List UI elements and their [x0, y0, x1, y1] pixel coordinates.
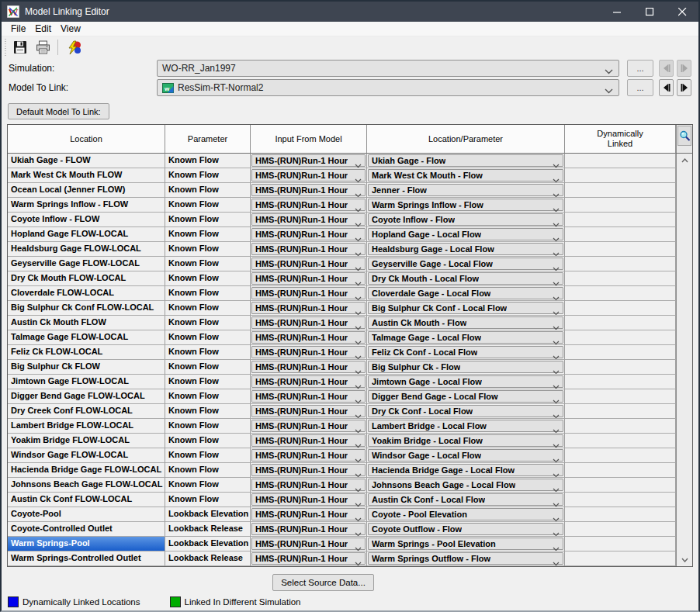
- model-prev-button[interactable]: [659, 79, 674, 96]
- cell-location[interactable]: Ocean Local (Jenner FLOW): [8, 183, 165, 198]
- location-parameter-combobox[interactable]: Warm Springs Outflow - Flow: [368, 552, 563, 565]
- location-parameter-combobox[interactable]: Coyote Inflow - Flow: [368, 213, 563, 226]
- location-parameter-combobox[interactable]: Ukiah Gage - Flow: [368, 154, 563, 167]
- input-from-model-combobox[interactable]: HMS-(RUN)Run-1 Hour: [251, 420, 366, 432]
- default-model-to-link-button[interactable]: Default Model To Link:: [8, 103, 109, 119]
- location-parameter-combobox[interactable]: Dry Ck Conf - Local Flow: [368, 405, 563, 417]
- cell-parameter[interactable]: Known Flow: [165, 168, 251, 183]
- location-parameter-combobox[interactable]: Dry Ck Mouth - Local Flow: [368, 272, 563, 285]
- cell-dynamically-linked[interactable]: [565, 213, 676, 227]
- cell-parameter[interactable]: Known Flow: [165, 257, 251, 271]
- cell-dynamically-linked[interactable]: [565, 522, 676, 537]
- cell-dynamically-linked[interactable]: [565, 286, 676, 301]
- input-from-model-combobox[interactable]: HMS-(RUN)Run-1 Hour: [251, 169, 366, 182]
- cell-dynamically-linked[interactable]: [565, 507, 676, 522]
- cell-dynamically-linked[interactable]: [565, 242, 676, 257]
- input-from-model-combobox[interactable]: HMS-(RUN)Run-1 Hour: [251, 375, 366, 388]
- cell-parameter[interactable]: Known Flow: [165, 478, 251, 493]
- location-parameter-combobox[interactable]: Geyserville Gage - Local Flow: [368, 258, 563, 270]
- cell-dynamically-linked[interactable]: [565, 183, 676, 198]
- cell-location[interactable]: Mark West Ck Mouth FLOW: [8, 168, 165, 183]
- cell-dynamically-linked[interactable]: [565, 419, 676, 434]
- input-from-model-combobox[interactable]: HMS-(RUN)Run-1 Hour: [251, 552, 366, 565]
- location-parameter-combobox[interactable]: Yoakim Bridge - Local Flow: [368, 434, 563, 447]
- cell-parameter[interactable]: Known Flow: [165, 213, 251, 227]
- cell-parameter[interactable]: Known Flow: [165, 198, 251, 213]
- location-parameter-combobox[interactable]: Healdsburg Gage - Local Flow: [368, 243, 563, 255]
- input-from-model-combobox[interactable]: HMS-(RUN)Run-1 Hour: [251, 228, 366, 240]
- scrollbar-down-button[interactable]: [677, 553, 692, 566]
- cell-dynamically-linked[interactable]: [565, 301, 676, 316]
- simulation-more-button[interactable]: ...: [627, 60, 653, 77]
- cell-parameter[interactable]: Lookback Release: [165, 551, 251, 566]
- cell-location[interactable]: Ukiah Gage - FLOW: [8, 154, 165, 168]
- model-more-button[interactable]: ...: [627, 79, 653, 96]
- cell-parameter[interactable]: Known Flow: [165, 389, 251, 404]
- cell-parameter[interactable]: Known Flow: [165, 154, 251, 168]
- cell-parameter[interactable]: Known Flow: [165, 316, 251, 330]
- location-parameter-combobox[interactable]: Mark West Ck Mouth - Flow: [368, 169, 563, 182]
- save-button[interactable]: [11, 38, 29, 57]
- location-parameter-combobox[interactable]: Windsor Gage - Local Flow: [368, 449, 563, 462]
- cell-dynamically-linked[interactable]: [565, 227, 676, 242]
- cell-dynamically-linked[interactable]: [565, 478, 676, 493]
- location-parameter-combobox[interactable]: Johnsons Beach Gage - Local Flow: [368, 479, 563, 491]
- cell-location[interactable]: Warm Springs-Pool: [8, 537, 165, 551]
- cell-dynamically-linked[interactable]: [565, 330, 676, 345]
- magnifier-button[interactable]: [677, 126, 691, 146]
- location-parameter-combobox[interactable]: Big Sulphur Ck Conf - Local Flow: [368, 302, 563, 314]
- simulation-combobox[interactable]: WO-RR_Jan1997: [157, 60, 619, 77]
- cell-location[interactable]: Talmage Gage FLOW-LOCAL: [8, 330, 165, 345]
- cell-location[interactable]: Lambert Bridge FLOW-LOCAL: [8, 419, 165, 434]
- close-button[interactable]: [666, 2, 698, 22]
- input-from-model-combobox[interactable]: HMS-(RUN)Run-1 Hour: [251, 346, 366, 358]
- location-parameter-combobox[interactable]: Jimtown Gage - Local Flow: [368, 375, 563, 388]
- cell-parameter[interactable]: Known Flow: [165, 463, 251, 478]
- cell-parameter[interactable]: Known Flow: [165, 493, 251, 507]
- cell-location[interactable]: Hacienda Bridge Gage FLOW-LOCAL: [8, 463, 165, 478]
- cell-location[interactable]: Windsor Gage FLOW-LOCAL: [8, 448, 165, 463]
- cell-parameter[interactable]: Lookback Elevation: [165, 537, 251, 551]
- cell-dynamically-linked[interactable]: [565, 537, 676, 551]
- cell-parameter[interactable]: Known Flow: [165, 286, 251, 301]
- cell-location[interactable]: Coyote-Pool: [8, 507, 165, 522]
- cell-dynamically-linked[interactable]: [565, 404, 676, 419]
- cell-location[interactable]: Johnsons Beach Gage FLOW-LOCAL: [8, 478, 165, 493]
- input-from-model-combobox[interactable]: HMS-(RUN)Run-1 Hour: [251, 538, 366, 550]
- location-parameter-combobox[interactable]: Hacienda Bridge Gage - Local Flow: [368, 464, 563, 476]
- cell-dynamically-linked[interactable]: [565, 389, 676, 404]
- location-parameter-combobox[interactable]: Austin Ck Mouth - Flow: [368, 316, 563, 329]
- input-from-model-combobox[interactable]: HMS-(RUN)Run-1 Hour: [251, 449, 366, 462]
- menu-item-file[interactable]: File: [6, 22, 30, 35]
- location-parameter-combobox[interactable]: Digger Bend Gage - Local Flow: [368, 390, 563, 403]
- location-parameter-combobox[interactable]: Lambert Bridge - Local Flow: [368, 420, 563, 432]
- input-from-model-combobox[interactable]: HMS-(RUN)Run-1 Hour: [251, 508, 366, 520]
- cell-dynamically-linked[interactable]: [565, 198, 676, 213]
- cell-location[interactable]: Hopland Gage FLOW-LOCAL: [8, 227, 165, 242]
- cell-dynamically-linked[interactable]: [565, 434, 676, 448]
- cell-location[interactable]: Digger Bend Gage FLOW-LOCAL: [8, 389, 165, 404]
- simulation-prev-button[interactable]: [659, 60, 674, 77]
- cell-location[interactable]: Jimtown Gage FLOW-LOCAL: [8, 375, 165, 389]
- cell-location[interactable]: Big Sulphur Ck Conf FLOW-LOCAL: [8, 301, 165, 316]
- cell-dynamically-linked[interactable]: [565, 493, 676, 507]
- cell-location[interactable]: Warm Springs Inflow - FLOW: [8, 198, 165, 213]
- print-button[interactable]: [33, 38, 52, 57]
- cell-parameter[interactable]: Known Flow: [165, 183, 251, 198]
- input-from-model-combobox[interactable]: HMS-(RUN)Run-1 Hour: [251, 184, 366, 196]
- cell-location[interactable]: Geyserville Gage FLOW-LOCAL: [8, 257, 165, 271]
- scrollbar-up-button[interactable]: [677, 154, 692, 167]
- location-parameter-combobox[interactable]: Warm Springs - Pool Elevation: [368, 538, 563, 550]
- input-from-model-combobox[interactable]: HMS-(RUN)Run-1 Hour: [251, 243, 366, 255]
- input-from-model-combobox[interactable]: HMS-(RUN)Run-1 Hour: [251, 331, 366, 344]
- cell-location[interactable]: Warm Springs-Controlled Outlet: [8, 551, 165, 566]
- cell-parameter[interactable]: Known Flow: [165, 434, 251, 448]
- cell-dynamically-linked[interactable]: [565, 316, 676, 330]
- cell-location[interactable]: Coyote Inflow - FLOW: [8, 213, 165, 227]
- cell-dynamically-linked[interactable]: [565, 168, 676, 183]
- location-parameter-combobox[interactable]: Austin Ck Conf - Local Flow: [368, 493, 563, 506]
- cell-parameter[interactable]: Known Flow: [165, 448, 251, 463]
- cell-parameter[interactable]: Known Flow: [165, 345, 251, 360]
- toolbar-grip-handle[interactable]: [4, 39, 7, 56]
- location-parameter-combobox[interactable]: Coyote Outflow - Flow: [368, 523, 563, 535]
